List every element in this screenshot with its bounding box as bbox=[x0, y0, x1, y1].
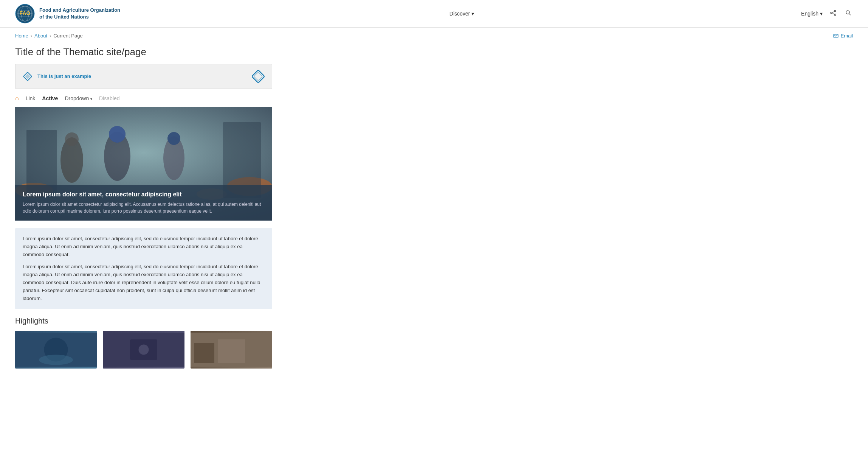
search-button[interactable] bbox=[844, 8, 853, 19]
svg-point-9 bbox=[834, 14, 836, 16]
main-nav: Discover ▾ bbox=[450, 11, 474, 17]
share-icon bbox=[830, 10, 836, 16]
banner-left: This is just an example bbox=[22, 70, 91, 82]
left-diamond-icon bbox=[22, 70, 34, 82]
share-button[interactable] bbox=[829, 8, 838, 19]
page-title: Title of the Thematic site/page bbox=[15, 46, 272, 58]
discover-label: Discover bbox=[450, 11, 470, 17]
breadcrumb-left: Home › About › Current Page bbox=[15, 33, 83, 39]
svg-point-8 bbox=[834, 10, 836, 12]
sub-nav-active[interactable]: Active bbox=[42, 95, 58, 101]
hero-caption-body: Lorem ipsum dolor sit amet consectetur a… bbox=[23, 201, 265, 215]
language-label: English bbox=[801, 11, 818, 17]
breadcrumb-sep-1: › bbox=[31, 33, 32, 39]
svg-point-28 bbox=[167, 132, 180, 145]
svg-line-12 bbox=[832, 13, 834, 14]
highlights-grid bbox=[15, 331, 272, 369]
svg-line-14 bbox=[849, 14, 851, 15]
header-left: FAO Food and Agriculture Organization of… bbox=[15, 4, 122, 23]
breadcrumb-home[interactable]: Home bbox=[15, 33, 28, 39]
home-nav-icon[interactable]: ⌂ bbox=[15, 95, 19, 102]
banner-example-text: This is just an example bbox=[37, 73, 91, 80]
svg-rect-18 bbox=[252, 70, 265, 83]
svg-point-22 bbox=[65, 132, 79, 146]
breadcrumb-current: Current Page bbox=[53, 33, 82, 39]
sub-nav: ⌂ Link Active Dropdown ▾ Disabled bbox=[15, 95, 272, 102]
svg-rect-43 bbox=[218, 339, 245, 363]
text-para-1: Lorem ipsum dolor sit amet, consectetur … bbox=[23, 235, 265, 258]
banner-bar: This is just an example bbox=[15, 64, 272, 89]
language-chevron-icon: ▾ bbox=[820, 11, 823, 17]
dropdown-arrow-icon: ▾ bbox=[90, 97, 92, 101]
fao-logo-icon[interactable]: FAO bbox=[15, 4, 35, 23]
hero-caption: Lorem ipsum dolor sit amet, consectetur … bbox=[15, 185, 272, 221]
svg-point-37 bbox=[39, 355, 73, 365]
highlights-title: Highlights bbox=[15, 317, 272, 325]
email-label: Email bbox=[840, 33, 853, 39]
discover-chevron-icon: ▾ bbox=[471, 11, 474, 17]
highlight-image-2 bbox=[103, 331, 184, 369]
svg-text:FAO: FAO bbox=[20, 10, 31, 16]
email-link[interactable]: Email bbox=[833, 33, 853, 39]
text-block: Lorem ipsum dolor sit amet, consectetur … bbox=[15, 228, 272, 309]
sub-nav-disabled: Disabled bbox=[99, 95, 119, 101]
right-diamond-icon bbox=[251, 69, 266, 84]
search-icon bbox=[845, 10, 851, 16]
highlight-image-3 bbox=[191, 331, 272, 369]
highlight-image-1 bbox=[15, 331, 97, 369]
dropdown-label: Dropdown bbox=[65, 95, 89, 101]
text-para-2: Lorem ipsum dolor sit amet, consectetur … bbox=[23, 263, 265, 302]
breadcrumb: Home › About › Current Page Email bbox=[0, 28, 868, 42]
svg-point-13 bbox=[846, 11, 849, 14]
sub-nav-link[interactable]: Link bbox=[26, 95, 36, 101]
breadcrumb-sep-2: › bbox=[50, 33, 51, 39]
svg-point-25 bbox=[109, 126, 126, 143]
email-icon bbox=[833, 33, 839, 39]
svg-point-10 bbox=[831, 12, 832, 14]
hero-image: Lorem ipsum dolor sit amet, consectetur … bbox=[15, 107, 272, 221]
highlight-card-1[interactable] bbox=[15, 331, 97, 369]
org-name-text: Food and Agriculture Organization of the… bbox=[39, 7, 122, 20]
breadcrumb-about[interactable]: About bbox=[34, 33, 47, 39]
svg-line-11 bbox=[832, 11, 834, 13]
highlight-card-3[interactable] bbox=[191, 331, 272, 369]
main-content: Title of the Thematic site/page This is … bbox=[0, 42, 287, 384]
svg-rect-42 bbox=[194, 343, 214, 363]
header-right: English ▾ bbox=[801, 8, 853, 19]
sub-nav-dropdown[interactable]: Dropdown ▾ bbox=[65, 95, 92, 101]
hero-caption-title: Lorem ipsum dolor sit amet, consectetur … bbox=[23, 191, 265, 198]
site-header: FAO Food and Agriculture Organization of… bbox=[0, 0, 868, 28]
highlight-card-2[interactable] bbox=[103, 331, 184, 369]
svg-point-40 bbox=[139, 345, 149, 355]
discover-nav-item[interactable]: Discover ▾ bbox=[450, 11, 474, 17]
language-selector[interactable]: English ▾ bbox=[801, 11, 823, 17]
